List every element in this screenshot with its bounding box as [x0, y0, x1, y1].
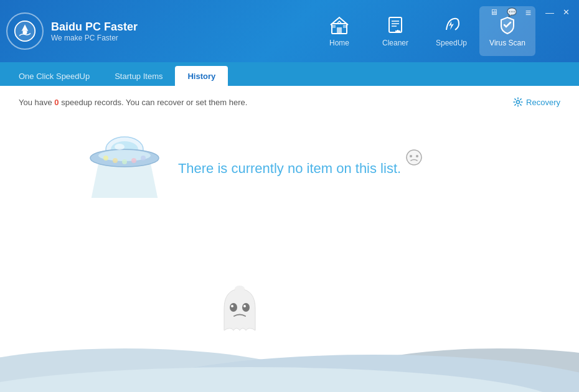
svg-rect-5: [343, 25, 346, 28]
svg-point-33: [242, 303, 250, 312]
dot-icon: [405, 148, 423, 169]
svg-point-24: [115, 144, 125, 150]
app-name: Baidu PC Faster: [51, 21, 138, 34]
nav-home-label: Home: [329, 39, 349, 47]
svg-rect-6: [389, 17, 402, 32]
svg-point-35: [243, 305, 246, 307]
ghost-illustration: [212, 278, 268, 348]
svg-point-19: [103, 156, 108, 161]
svg-point-20: [113, 158, 118, 163]
illustration-area: There is currently no item on this list.: [0, 86, 579, 392]
ufo-illustration: [75, 123, 174, 200]
svg-point-32: [230, 303, 237, 312]
hills-svg: [0, 330, 579, 392]
nav-speedup-label: SpeedUp: [436, 39, 467, 47]
subnav-history[interactable]: History: [175, 66, 228, 86]
sub-nav: One Click SpeedUp Startup Items History: [0, 62, 579, 86]
nav-speedup[interactable]: SpeedUp: [423, 6, 479, 56]
nav-virusscan-label: Virus Scan: [489, 39, 525, 47]
window-controls: 🖥 💬 ≡ — ✕: [487, 6, 573, 20]
svg-point-26: [410, 155, 412, 157]
app-title-block: Baidu PC Faster We make PC Faster: [51, 21, 138, 42]
svg-point-27: [416, 155, 418, 157]
app-logo: [6, 12, 44, 50]
subnav-oneclickspeedup[interactable]: One Click SpeedUp: [6, 66, 102, 86]
nav-cleaner-label: Cleaner: [382, 39, 408, 47]
svg-point-25: [407, 150, 421, 165]
monitor-icon[interactable]: 🖥: [487, 6, 501, 20]
nav-home[interactable]: Home: [311, 6, 367, 56]
svg-point-22: [131, 158, 136, 163]
svg-point-21: [122, 159, 127, 164]
minimize-button[interactable]: —: [542, 6, 557, 20]
nav-cleaner[interactable]: Cleaner: [367, 6, 423, 56]
svg-rect-4: [332, 25, 336, 28]
close-button[interactable]: ✕: [560, 6, 573, 20]
subnav-startupitems[interactable]: Startup Items: [102, 66, 175, 86]
svg-point-34: [231, 305, 233, 307]
empty-message: There is currently no item on this list.: [178, 161, 401, 177]
svg-rect-3: [337, 27, 342, 34]
svg-point-36: [235, 286, 245, 292]
main-content: You have 0 speedup records. You can reco…: [0, 86, 579, 392]
app-subtitle: We make PC Faster: [51, 34, 138, 42]
svg-point-23: [141, 156, 146, 161]
title-bar: 🖥 💬 ≡ — ✕ Baidu PC Faster We make PC Fas…: [0, 0, 579, 62]
menu-icon[interactable]: ≡: [522, 6, 535, 20]
chat-icon[interactable]: 💬: [504, 6, 520, 20]
